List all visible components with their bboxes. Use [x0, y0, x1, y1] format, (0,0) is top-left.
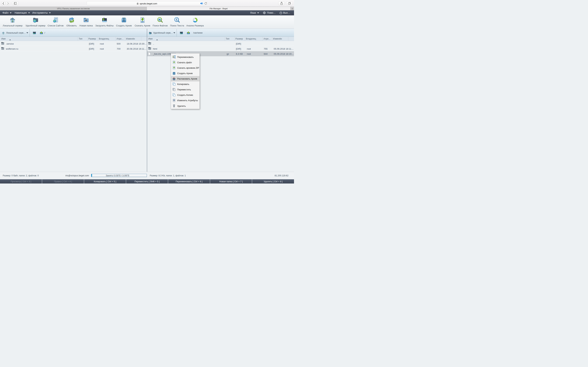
svg-text:T: T: [175, 18, 178, 21]
svg-text:755: 755: [173, 100, 175, 101]
svg-text:ZIP: ZIP: [142, 21, 144, 22]
